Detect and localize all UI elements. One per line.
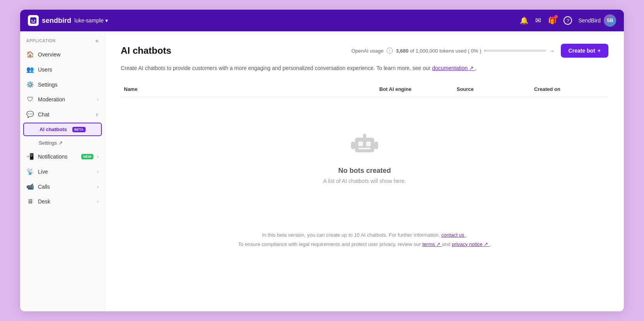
usage-progress-bar (485, 50, 546, 52)
header-icons: 🔔 ✉ 🎁 ? (520, 16, 572, 25)
sidebar-item-overview-label: Overview (38, 51, 99, 58)
empty-state: No bots created A list of AI chatbots wi… (121, 97, 608, 215)
home-icon: 🏠 (26, 51, 34, 58)
openai-usage-label: OpenAI usage (351, 48, 384, 54)
logo-icon (28, 15, 39, 26)
sidebar-item-chat[interactable]: 💬 Chat ∨ (20, 107, 105, 122)
privacy-link[interactable]: privacy notice ↗ (452, 241, 490, 247)
sidebar-item-users-label: Users (38, 67, 99, 73)
footer-text2: To ensure compliance with legal requirem… (238, 241, 421, 247)
chevron-down-icon: ▾ (105, 17, 108, 24)
sidebar-item-moderation-label: Moderation (38, 96, 93, 102)
content-footer: In this beta version, you can create up … (121, 231, 608, 249)
chevron-right-icon: › (97, 97, 99, 102)
live-icon: 📡 (26, 168, 34, 175)
svg-rect-8 (363, 134, 366, 138)
col-engine: Bot AI engine (376, 86, 454, 92)
external-link-terms-icon: ↗ (436, 241, 440, 247)
sidebar: APPLICATION « 🏠 Overview 👥 Users ⚙️ Sett… (20, 31, 105, 311)
sidebar-item-chat-label: Chat (38, 111, 91, 118)
bell-icon[interactable]: 🔔 (520, 16, 528, 25)
sidebar-item-settings-label: Settings (38, 82, 99, 88)
col-created: Created on (531, 86, 608, 92)
chat-icon: 💬 (26, 111, 34, 118)
description-text: Create AI chatbots to provide customers … (121, 65, 431, 71)
sidebar-item-live[interactable]: 📡 Live › (20, 164, 105, 179)
arrow-right-icon: → (550, 48, 555, 54)
table-header: Name Bot AI engine Source Created on (121, 82, 608, 97)
chevron-right-calls-icon: › (97, 184, 99, 190)
tokens-used: 3,680 of 1,000,000 tokens used ( 0% ) (396, 48, 481, 54)
notifications-icon: 📲 (26, 153, 34, 160)
col-source: Source (454, 86, 531, 92)
description: Create AI chatbots to provide customers … (121, 64, 608, 72)
chevron-right-notifications-icon: › (97, 154, 99, 159)
svg-rect-10 (374, 142, 378, 149)
desk-icon: 🖥 (26, 198, 34, 205)
avatar: SB (604, 14, 616, 27)
empty-title: No bots created (338, 167, 391, 175)
logo: sendbird (28, 15, 71, 26)
empty-subtitle: A list of AI chatbots will show here. (323, 178, 406, 184)
settings-icon: ⚙️ (26, 81, 34, 88)
create-bot-button[interactable]: Create bot + (561, 44, 608, 58)
svg-rect-0 (30, 17, 36, 24)
svg-rect-1 (31, 20, 33, 21)
moderation-icon: 🛡 (26, 96, 34, 103)
sidebar-item-live-label: Live (38, 169, 93, 175)
ai-chatbots-label: AI chatbots (39, 126, 67, 132)
chevron-right-desk-icon: › (97, 199, 99, 204)
main-content: AI chatbots OpenAI usage i 3,680 of 1,00… (105, 31, 624, 311)
svg-rect-5 (358, 142, 363, 146)
info-icon: i (387, 48, 393, 54)
sidebar-item-notifications[interactable]: 📲 Notifications NEW › (20, 149, 105, 164)
mail-icon[interactable]: ✉ (535, 16, 541, 25)
sidebar-item-desk[interactable]: 🖥 Desk › (20, 194, 105, 209)
users-icon: 👥 (26, 66, 34, 73)
svg-rect-6 (366, 142, 371, 146)
gift-icon[interactable]: 🎁 (548, 16, 557, 25)
app-header: sendbird luke-sample ▾ 🔔 ✉ 🎁 ? SendBird … (20, 10, 624, 31)
user-section[interactable]: SendBird SB (578, 14, 616, 27)
chevron-down-icon: ∨ (95, 112, 99, 117)
robot-icon (349, 128, 380, 159)
collapse-sidebar-button[interactable]: « (95, 38, 99, 44)
create-bot-label: Create bot (569, 48, 595, 54)
sidebar-item-calls[interactable]: 📹 Calls › (20, 179, 105, 194)
page-title: AI chatbots (121, 45, 171, 56)
documentation-link[interactable]: documentation ↗ (432, 65, 475, 71)
workspace-name: luke-sample (74, 17, 103, 24)
external-link-privacy-icon: ↗ (484, 241, 488, 247)
sidebar-item-users[interactable]: 👥 Users (20, 62, 105, 77)
sidebar-item-overview[interactable]: 🏠 Overview (20, 47, 105, 62)
sidebar-item-moderation[interactable]: 🛡 Moderation › (20, 92, 105, 107)
logo-text: sendbird (42, 17, 71, 25)
terms-link[interactable]: terms ↗ (422, 241, 442, 247)
svg-rect-9 (351, 142, 355, 149)
sidebar-section-label: APPLICATION « (20, 38, 105, 47)
app-window: sendbird luke-sample ▾ 🔔 ✉ 🎁 ? SendBird … (20, 10, 624, 311)
svg-rect-7 (358, 148, 371, 149)
contact-us-link[interactable]: contact us (441, 232, 466, 238)
sidebar-item-chat-settings[interactable]: Settings ↗ (20, 137, 105, 149)
plus-icon: + (598, 48, 601, 54)
sidebar-item-desk-label: Desk (38, 198, 93, 205)
header-right: OpenAI usage i 3,680 of 1,000,000 tokens… (351, 44, 608, 58)
sidebar-item-calls-label: Calls (38, 184, 93, 190)
svg-rect-3 (31, 22, 35, 22)
chat-settings-label: Settings ↗ (39, 140, 63, 146)
sidebar-item-notifications-label: Notifications (38, 154, 76, 160)
content-header: AI chatbots OpenAI usage i 3,680 of 1,00… (121, 44, 608, 58)
external-link-icon: ↗ (469, 65, 474, 71)
help-icon[interactable]: ? (564, 16, 572, 25)
workspace-selector[interactable]: luke-sample ▾ (74, 17, 108, 24)
usage-bar-container: 3,680 of 1,000,000 tokens used ( 0% ) → (396, 48, 555, 54)
sidebar-item-ai-chatbots[interactable]: AI chatbots BETA (23, 123, 102, 136)
beta-badge: BETA (72, 127, 86, 132)
chevron-right-live-icon: › (97, 169, 99, 174)
svg-rect-4 (355, 138, 374, 152)
footer-text3: and (442, 241, 450, 247)
sidebar-item-settings[interactable]: ⚙️ Settings (20, 77, 105, 92)
user-name: SendBird (578, 17, 601, 24)
col-name: Name (121, 86, 376, 92)
